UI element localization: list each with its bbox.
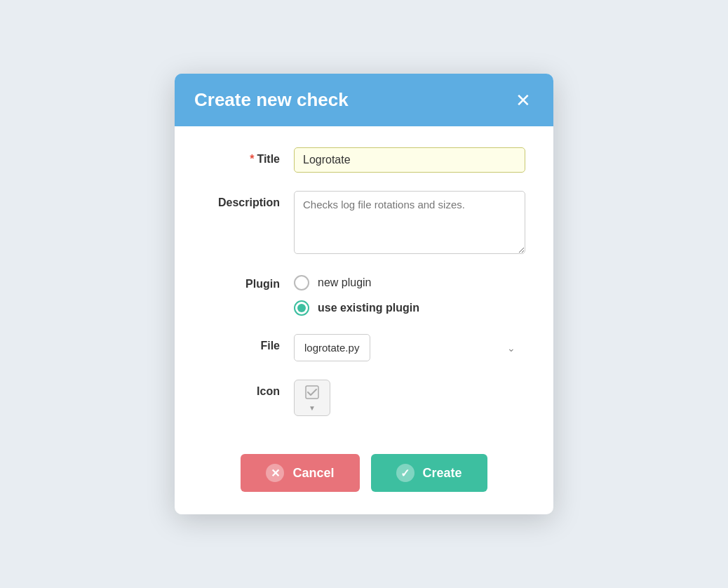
title-label: * Title [203,147,294,166]
title-row: * Title [203,147,525,173]
description-row: Description [203,191,525,254]
create-icon: ✓ [396,464,414,482]
check-icon [304,384,321,403]
plugin-options: new plugin use existing plugin [294,272,525,316]
radio-circle-new [294,275,309,290]
file-label: File [203,334,294,352]
plugin-row: Plugin new plugin use existing plugin [203,272,525,316]
description-label: Description [203,191,294,209]
icon-picker-button[interactable]: ▼ [294,380,330,416]
close-button[interactable]: ✕ [513,91,534,109]
file-row: File logrotate.py ⌄ [203,334,525,361]
title-input[interactable] [294,147,525,173]
create-button[interactable]: ✓ Create [371,454,487,492]
radio-label-new: new plugin [318,276,372,289]
plugin-option-existing[interactable]: use existing plugin [294,300,525,316]
file-select-wrapper: logrotate.py ⌄ [294,334,525,361]
plugin-option-new[interactable]: new plugin [294,275,525,290]
dialog-title: Create new check [194,89,349,111]
dialog-body: * Title Description Plugin new plugin [175,126,553,454]
cancel-icon: ✕ [266,464,284,482]
plugin-label: Plugin [203,272,294,290]
dialog-header: Create new check ✕ [175,74,553,126]
dialog-footer: ✕ Cancel ✓ Create [175,454,553,514]
create-check-dialog: Create new check ✕ * Title Description P… [175,74,553,514]
chevron-down-icon: ⌄ [507,342,515,354]
radio-label-existing: use existing plugin [318,302,419,314]
radio-circle-existing [294,300,309,316]
required-star: * [250,153,254,166]
description-textarea[interactable] [294,191,525,254]
icon-label: Icon [203,380,294,398]
icon-dropdown-arrow: ▼ [309,404,316,412]
cancel-button[interactable]: ✕ Cancel [241,454,359,492]
icon-row: Icon ▼ [203,380,525,416]
file-select[interactable]: logrotate.py [294,334,370,361]
